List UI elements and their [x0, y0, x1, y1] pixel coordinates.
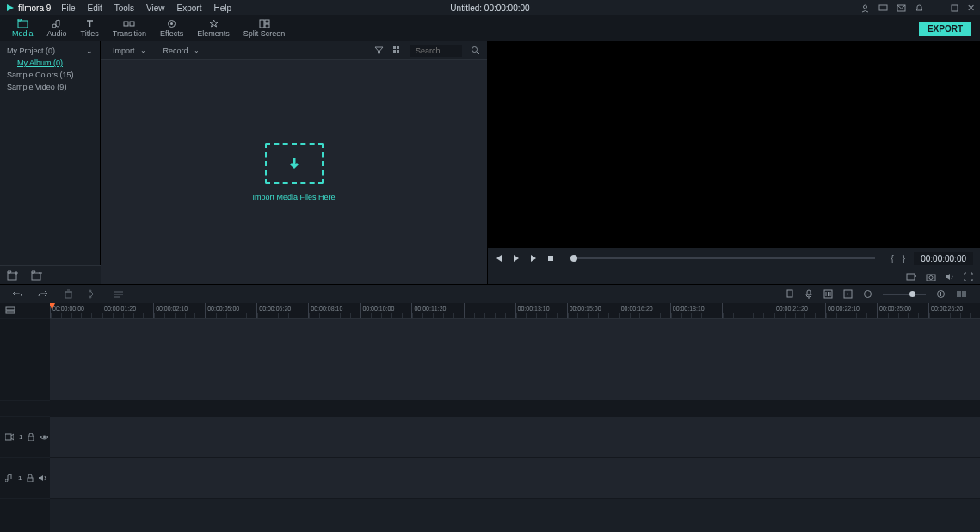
menu-edit[interactable]: Edit	[87, 3, 102, 13]
stop-button[interactable]	[546, 254, 555, 263]
add-folder-icon[interactable]	[7, 270, 19, 281]
svg-rect-1	[879, 5, 887, 10]
mail-icon[interactable]	[897, 3, 906, 13]
manage-tracks-icon[interactable]	[5, 306, 15, 315]
svg-point-21	[915, 275, 916, 277]
snapshot-icon[interactable]	[926, 272, 936, 281]
edit-button[interactable]	[114, 289, 124, 299]
menu-export[interactable]: Export	[177, 3, 202, 13]
marker-icon[interactable]	[786, 289, 794, 299]
prev-marker-icon[interactable]: {	[891, 254, 893, 263]
svg-rect-17	[397, 50, 399, 53]
media-drop-area[interactable]: Import Media Files Here	[101, 60, 487, 284]
quality-icon[interactable]	[906, 272, 917, 281]
close-button[interactable]: ✕	[967, 3, 975, 14]
play-button[interactable]	[512, 254, 521, 263]
tab-media[interactable]: Media	[5, 15, 40, 41]
sidebar-footer	[0, 265, 101, 284]
menu-view[interactable]: View	[146, 3, 165, 13]
lock-icon[interactable]	[28, 433, 34, 441]
timeline-track-labels: 1 1	[0, 303, 50, 532]
timeline: 1 1 00:00:00:0000:00:01:2000:00:02:1000:…	[0, 303, 980, 532]
drop-text: Import Media Files Here	[252, 193, 335, 201]
next-marker-icon[interactable]: }	[903, 254, 905, 263]
prev-frame-button[interactable]	[495, 254, 503, 263]
split-button[interactable]	[89, 289, 98, 299]
sidebar-item-sample-video[interactable]: Sample Video (9)	[0, 81, 100, 93]
filter-icon[interactable]	[374, 46, 384, 55]
menu-file[interactable]: File	[61, 3, 75, 13]
app-logo: filmora 9	[5, 3, 51, 13]
messages-icon[interactable]	[878, 3, 888, 13]
zoom-out-icon[interactable]	[863, 289, 872, 299]
sidebar-item-sample-colors[interactable]: Sample Colors (15)	[0, 69, 100, 81]
media-panel: Import ⌄ Record ⌄ Import Media Files Her…	[101, 41, 488, 284]
render-icon[interactable]	[843, 289, 853, 299]
preview-viewport[interactable]	[488, 41, 980, 248]
svg-rect-3	[952, 5, 958, 11]
video-track-area[interactable]	[50, 319, 980, 401]
preview-progress[interactable]	[570, 257, 875, 259]
tab-transition[interactable]: Transition	[106, 15, 153, 41]
redo-button[interactable]	[38, 289, 48, 299]
project-sidebar: My Project (0) ⌄ My Album (0) Sample Col…	[0, 41, 101, 265]
import-dropdown[interactable]: Import ⌄	[108, 45, 151, 57]
fullscreen-icon[interactable]	[964, 272, 973, 281]
maximize-button[interactable]	[951, 4, 958, 12]
zoom-slider[interactable]	[883, 294, 926, 295]
svg-rect-40	[28, 478, 33, 482]
minimize-button[interactable]: —	[933, 3, 942, 13]
media-toolbar: Import ⌄ Record ⌄	[101, 41, 487, 60]
svg-rect-6	[130, 22, 134, 26]
chevron-down-icon: ⌄	[140, 46, 146, 54]
tab-audio[interactable]: Audio	[40, 15, 74, 41]
user-icon[interactable]	[860, 3, 870, 13]
notification-icon[interactable]	[915, 3, 924, 13]
audio-track-1[interactable]	[50, 458, 980, 499]
timeline-tracks[interactable]: 00:00:00:0000:00:01:2000:00:02:1000:00:0…	[50, 303, 980, 532]
svg-rect-15	[397, 46, 399, 49]
svg-rect-4	[18, 21, 28, 28]
svg-rect-28	[807, 290, 811, 295]
zoom-in-icon[interactable]	[936, 289, 946, 299]
svg-point-18	[472, 47, 478, 53]
preview-controls: { } 00:00:00:00	[488, 248, 980, 269]
undo-button[interactable]	[12, 289, 22, 299]
import-drop-zone[interactable]	[265, 143, 324, 184]
visibility-icon[interactable]	[40, 434, 49, 441]
playhead[interactable]	[52, 303, 52, 532]
next-frame-button[interactable]	[529, 254, 538, 263]
search-icon[interactable]	[471, 46, 480, 55]
mixer-icon[interactable]	[823, 289, 833, 299]
svg-rect-5	[124, 22, 128, 26]
menu-tools[interactable]: Tools	[114, 3, 134, 13]
tab-titles[interactable]: Titles	[74, 15, 106, 41]
mute-icon[interactable]	[39, 474, 47, 482]
document-title: Untitled: 00:00:00:00	[450, 3, 529, 13]
svg-rect-16	[393, 50, 396, 53]
remove-folder-icon[interactable]	[31, 270, 43, 281]
voiceover-icon[interactable]	[804, 289, 813, 299]
track-label-video	[0, 319, 50, 401]
search-input[interactable]	[410, 45, 462, 57]
timeline-ruler[interactable]: 00:00:00:0000:00:01:2000:00:02:1000:00:0…	[50, 303, 980, 319]
preview-timecode: 00:00:00:00	[914, 252, 973, 265]
lock-icon[interactable]	[27, 474, 34, 482]
tab-split-screen[interactable]: Split Screen	[237, 15, 293, 41]
sidebar-item-my-album[interactable]: My Album (0)	[0, 57, 100, 69]
delete-button[interactable]	[64, 289, 73, 299]
export-button[interactable]: EXPORT	[919, 22, 971, 36]
record-dropdown[interactable]: Record ⌄	[158, 45, 205, 57]
zoom-fit-icon[interactable]	[956, 289, 968, 299]
tab-effects[interactable]: Effects	[153, 15, 190, 41]
sidebar-item-my-project[interactable]: My Project (0) ⌄	[0, 45, 100, 57]
svg-rect-11	[265, 24, 269, 28]
video-track-1[interactable]	[50, 417, 980, 458]
menu-help[interactable]: Help	[213, 3, 231, 13]
svg-rect-24	[65, 292, 71, 298]
grid-view-icon[interactable]	[392, 46, 402, 55]
svg-rect-12	[8, 273, 16, 280]
tab-elements[interactable]: Elements	[190, 15, 237, 41]
volume-icon[interactable]	[945, 272, 955, 281]
svg-point-8	[170, 22, 173, 25]
